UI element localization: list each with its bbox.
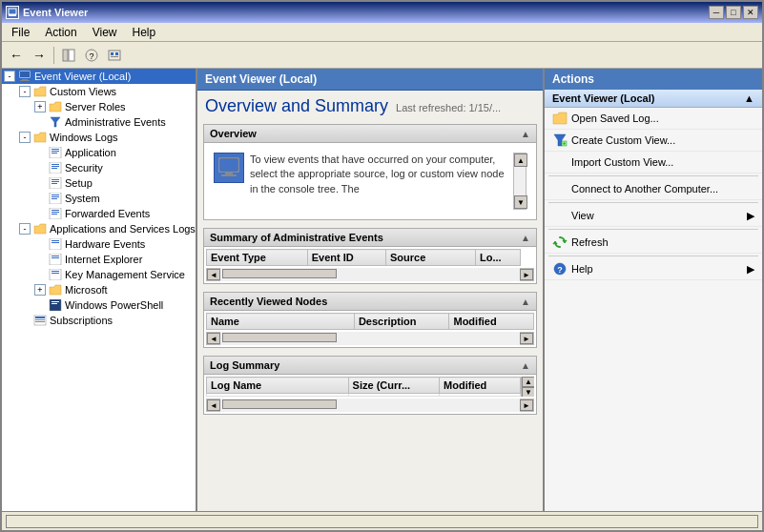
filter-icon-admin-events [48, 115, 63, 129]
scroll-down-arrow[interactable]: ▼ [514, 195, 527, 209]
actions-collapse-icon[interactable]: ▲ [744, 92, 754, 104]
connect-computer-icon [552, 181, 568, 196]
maximize-button[interactable]: □ [726, 6, 741, 19]
log-summary-collapse[interactable]: ▲ [521, 360, 530, 371]
svg-rect-6 [109, 51, 120, 60]
tree-item-kms[interactable]: Key Management Service [2, 267, 196, 282]
minimize-button[interactable]: ─ [709, 6, 724, 19]
ls-vscrollbar[interactable]: ▲ ▼ [521, 377, 534, 397]
recently-viewed-collapse[interactable]: ▲ [521, 297, 530, 307]
rv-hscrollbar[interactable]: ◄ ► [206, 332, 534, 345]
tree-label-subscriptions: Subscriptions [50, 315, 113, 326]
ls-hscroll-left[interactable]: ◄ [207, 399, 220, 411]
hscroll-thumb[interactable] [222, 269, 337, 278]
tree-item-internet-explorer[interactable]: Internet Explorer [2, 252, 196, 267]
overview-content: To view events that have occurred on you… [208, 147, 532, 215]
action-view[interactable]: View ▶ [545, 205, 762, 227]
show-hide-button[interactable] [58, 45, 79, 66]
menu-action[interactable]: Action [37, 24, 84, 41]
toggle-custom-views[interactable]: - [19, 86, 31, 97]
tree-item-forwarded-events[interactable]: Forwarded Events [2, 206, 196, 221]
overview-section-header[interactable]: Overview ▲ [204, 125, 536, 143]
tree-item-powershell[interactable]: Windows PowerShell [2, 297, 196, 313]
menu-help[interactable]: Help [125, 24, 164, 41]
tree-item-system[interactable]: System [2, 191, 196, 206]
refresh-label: Refresh [571, 236, 609, 248]
folder-icon-server-roles [48, 100, 63, 113]
svg-rect-7 [111, 52, 114, 55]
rv-hscroll-left[interactable]: ◄ [207, 333, 220, 344]
ls-hscrollbar[interactable]: ◄ ► [206, 399, 534, 412]
action-help[interactable]: ? Help ▶ [545, 258, 762, 280]
toggle-apps-services[interactable]: - [19, 223, 31, 235]
tree-label-kms: Key Management Service [65, 269, 185, 280]
svg-rect-32 [52, 210, 59, 211]
action-refresh[interactable]: Refresh [545, 232, 762, 254]
close-button[interactable]: ✕ [743, 6, 758, 19]
menu-view[interactable]: View [85, 24, 125, 41]
svg-rect-43 [52, 273, 59, 274]
toggle-windows-logs[interactable]: - [19, 132, 31, 143]
ls-vscroll-up[interactable]: ▲ [522, 377, 534, 387]
tree-item-apps-services-logs[interactable]: - Applications and Services Logs [2, 221, 196, 236]
svg-text:?: ? [557, 265, 563, 275]
tree-item-security[interactable]: Security [2, 160, 196, 175]
actions-section-header: Event Viewer (Local) ▲ [545, 90, 762, 108]
open-saved-log-icon [552, 111, 568, 126]
tree-item-server-roles[interactable]: + Server Roles [2, 99, 196, 114]
svg-text:?: ? [89, 51, 93, 61]
subscriptions-icon [32, 314, 48, 327]
ls-vscroll-down[interactable]: ▼ [522, 387, 534, 397]
ls-hscroll-track [220, 399, 520, 412]
tree-item-windows-logs[interactable]: - Windows Logs [2, 130, 196, 145]
tree-item-administrative-events[interactable]: Administrative Events [2, 114, 196, 130]
toggle-server-roles[interactable]: + [34, 101, 46, 113]
tree-item-custom-views[interactable]: - Custom Views [2, 84, 196, 99]
hscroll-left-arrow[interactable]: ◄ [207, 269, 220, 280]
hscroll-right-arrow[interactable]: ► [520, 269, 533, 280]
mmc-button[interactable] [104, 45, 125, 66]
tree-item-event-viewer-local[interactable]: - Event Viewer (Local) [2, 69, 196, 84]
log-icon-forwarded-events [48, 207, 63, 220]
log-summary-header[interactable]: Log Summary ▲ [204, 357, 536, 375]
ls-hscroll-thumb[interactable] [222, 399, 337, 409]
log-icon-powershell [48, 298, 63, 312]
overview-collapse-btn[interactable]: ▲ [521, 129, 530, 139]
overview-title: Overview and Summary [205, 96, 388, 116]
svg-rect-22 [52, 168, 57, 169]
tree-item-microsoft[interactable]: + Microsoft [2, 282, 196, 297]
tree-item-hardware-events[interactable]: Hardware Events [2, 236, 196, 252]
log-icon-application [48, 146, 63, 159]
toggle-microsoft[interactable]: + [34, 284, 46, 296]
ls-hscroll-right[interactable]: ► [520, 399, 533, 411]
svg-rect-16 [52, 149, 59, 150]
tree-item-subscriptions[interactable]: Subscriptions [2, 313, 196, 328]
admin-hscrollbar[interactable]: ◄ ► [206, 268, 534, 281]
tree-item-application[interactable]: Application [2, 145, 196, 160]
forward-button[interactable]: → [29, 45, 50, 66]
help-toolbar-button[interactable]: ? [81, 45, 102, 66]
tree-label-setup: Setup [65, 177, 93, 189]
overview-scrollbar[interactable]: ▲ ▼ [513, 153, 527, 210]
svg-rect-41 [50, 269, 61, 280]
action-connect-computer[interactable]: Connect to Another Computer... [545, 178, 762, 200]
action-create-custom-view[interactable]: + Create Custom View... [545, 130, 762, 152]
tree-item-setup[interactable]: Setup [2, 175, 196, 191]
back-button[interactable]: ← [6, 45, 27, 66]
log-summary-row-1 [207, 394, 521, 397]
recently-viewed-header[interactable]: Recently Viewed Nodes ▲ [204, 293, 536, 311]
menu-file[interactable]: File [4, 24, 37, 41]
log-icon-setup [48, 176, 63, 190]
action-import-custom-view[interactable]: Import Custom View... [545, 152, 762, 174]
summary-admin-collapse[interactable]: ▲ [521, 233, 530, 243]
rv-hscroll-thumb[interactable] [222, 333, 337, 342]
rv-hscroll-right[interactable]: ► [520, 333, 533, 344]
log-summary-content: Log Name Size (Curr... Modified [204, 375, 536, 414]
view-sub-container: View ▶ [571, 210, 754, 222]
summary-admin-section-header[interactable]: Summary of Administrative Events ▲ [204, 229, 536, 247]
svg-rect-28 [52, 194, 59, 195]
toggle-event-viewer[interactable]: - [4, 71, 15, 82]
scroll-up-arrow[interactable]: ▲ [514, 153, 527, 167]
action-separator-3 [548, 229, 758, 230]
action-open-saved-log[interactable]: Open Saved Log... [545, 108, 762, 130]
